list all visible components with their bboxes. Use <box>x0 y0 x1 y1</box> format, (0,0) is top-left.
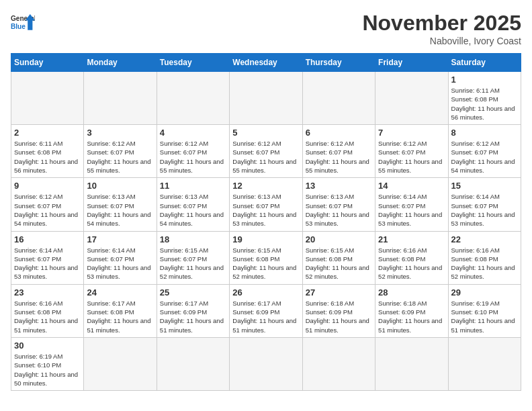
day-19: 19 Sunrise: 6:15 AM Sunset: 6:08 PM Dayl… <box>230 231 302 284</box>
day-1: 1 Sunrise: 6:11 AM Sunset: 6:08 PM Dayli… <box>448 72 521 125</box>
empty-cell <box>230 72 302 125</box>
header-sunday: Sunday <box>11 54 84 72</box>
day-13: 13 Sunrise: 6:13 AM Sunset: 6:07 PM Dayl… <box>302 178 375 231</box>
day-20: 20 Sunrise: 6:15 AM Sunset: 6:08 PM Dayl… <box>302 231 375 284</box>
day-10: 10 Sunrise: 6:13 AM Sunset: 6:07 PM Dayl… <box>84 178 157 231</box>
day-22: 22 Sunrise: 6:16 AM Sunset: 6:08 PM Dayl… <box>448 231 521 284</box>
day-28: 28 Sunrise: 6:18 AM Sunset: 6:09 PM Dayl… <box>375 284 448 337</box>
title-block: November 2025 Naboville, Ivory Coast <box>362 11 521 46</box>
day-24: 24 Sunrise: 6:17 AM Sunset: 6:08 PM Dayl… <box>84 284 157 337</box>
day-27: 27 Sunrise: 6:18 AM Sunset: 6:09 PM Dayl… <box>302 284 375 337</box>
header-tuesday: Tuesday <box>157 54 229 72</box>
logo: GeneralBlue <box>11 11 35 35</box>
daylight-label: Daylight: <box>451 105 476 112</box>
empty-cell <box>375 337 448 390</box>
day-9: 9 Sunrise: 6:12 AM Sunset: 6:07 PM Dayli… <box>11 178 84 231</box>
d1-sunrise: 6:11 AM <box>476 87 500 94</box>
day-29: 29 Sunrise: 6:19 AM Sunset: 6:10 PM Dayl… <box>448 284 521 337</box>
day-18: 18 Sunrise: 6:15 AM Sunset: 6:07 PM Dayl… <box>157 231 229 284</box>
day-16: 16 Sunrise: 6:14 AM Sunset: 6:07 PM Dayl… <box>11 231 84 284</box>
week-row-4: 16 Sunrise: 6:14 AM Sunset: 6:07 PM Dayl… <box>11 231 521 284</box>
empty-cell <box>157 72 229 125</box>
week-row-6: 30 Sunrise: 6:19 AM Sunset: 6:10 PM Dayl… <box>11 337 521 390</box>
week-row-2: 2 Sunrise: 6:11 AM Sunset: 6:08 PM Dayli… <box>11 125 521 178</box>
week-row-3: 9 Sunrise: 6:12 AM Sunset: 6:07 PM Dayli… <box>11 178 521 231</box>
page-header: GeneralBlue November 2025 Naboville, Ivo… <box>11 11 521 46</box>
header-wednesday: Wednesday <box>230 54 302 72</box>
calendar-table: Sunday Monday Tuesday Wednesday Thursday… <box>11 53 521 391</box>
month-title: November 2025 <box>362 11 521 36</box>
weekday-header-row: Sunday Monday Tuesday Wednesday Thursday… <box>11 54 521 72</box>
empty-cell <box>84 72 157 125</box>
day-6: 6 Sunrise: 6:12 AM Sunset: 6:07 PM Dayli… <box>302 125 375 178</box>
day-14: 14 Sunrise: 6:14 AM Sunset: 6:07 PM Dayl… <box>375 178 448 231</box>
header-monday: Monday <box>84 54 157 72</box>
day-11: 11 Sunrise: 6:13 AM Sunset: 6:07 PM Dayl… <box>157 178 229 231</box>
day-3: 3 Sunrise: 6:12 AM Sunset: 6:07 PM Dayli… <box>84 125 157 178</box>
day-5: 5 Sunrise: 6:12 AM Sunset: 6:07 PM Dayli… <box>230 125 302 178</box>
empty-cell <box>157 337 229 390</box>
header-friday: Friday <box>375 54 448 72</box>
sunrise-label: Sunrise: <box>451 87 475 94</box>
empty-cell <box>84 337 157 390</box>
day-23: 23 Sunrise: 6:16 AM Sunset: 6:08 PM Dayl… <box>11 284 84 337</box>
empty-cell <box>302 72 375 125</box>
header-thursday: Thursday <box>302 54 375 72</box>
day-7: 7 Sunrise: 6:12 AM Sunset: 6:07 PM Dayli… <box>375 125 448 178</box>
day-30: 30 Sunrise: 6:19 AM Sunset: 6:10 PM Dayl… <box>11 337 84 390</box>
empty-cell <box>302 337 375 390</box>
empty-cell <box>448 337 521 390</box>
d1-sunset: 6:08 PM <box>474 95 498 103</box>
day-2: 2 Sunrise: 6:11 AM Sunset: 6:08 PM Dayli… <box>11 125 84 178</box>
week-row-5: 23 Sunrise: 6:16 AM Sunset: 6:08 PM Dayl… <box>11 284 521 337</box>
location: Naboville, Ivory Coast <box>362 36 521 46</box>
day-17: 17 Sunrise: 6:14 AM Sunset: 6:07 PM Dayl… <box>84 231 157 284</box>
logo-icon: GeneralBlue <box>11 11 35 35</box>
empty-cell <box>230 337 302 390</box>
day-4: 4 Sunrise: 6:12 AM Sunset: 6:07 PM Dayli… <box>157 125 229 178</box>
day-12: 12 Sunrise: 6:13 AM Sunset: 6:07 PM Dayl… <box>230 178 302 231</box>
week-row-1: 1 Sunrise: 6:11 AM Sunset: 6:08 PM Dayli… <box>11 72 521 125</box>
day-21: 21 Sunrise: 6:16 AM Sunset: 6:08 PM Dayl… <box>375 231 448 284</box>
day-26: 26 Sunrise: 6:17 AM Sunset: 6:09 PM Dayl… <box>230 284 302 337</box>
empty-cell <box>11 72 84 125</box>
header-saturday: Saturday <box>448 54 521 72</box>
day-25: 25 Sunrise: 6:17 AM Sunset: 6:09 PM Dayl… <box>157 284 229 337</box>
sunset-label: Sunset: <box>451 95 473 103</box>
empty-cell <box>375 72 448 125</box>
svg-text:Blue: Blue <box>11 23 26 30</box>
day-15: 15 Sunrise: 6:14 AM Sunset: 6:07 PM Dayl… <box>448 178 521 231</box>
day-8: 8 Sunrise: 6:12 AM Sunset: 6:07 PM Dayli… <box>448 125 521 178</box>
